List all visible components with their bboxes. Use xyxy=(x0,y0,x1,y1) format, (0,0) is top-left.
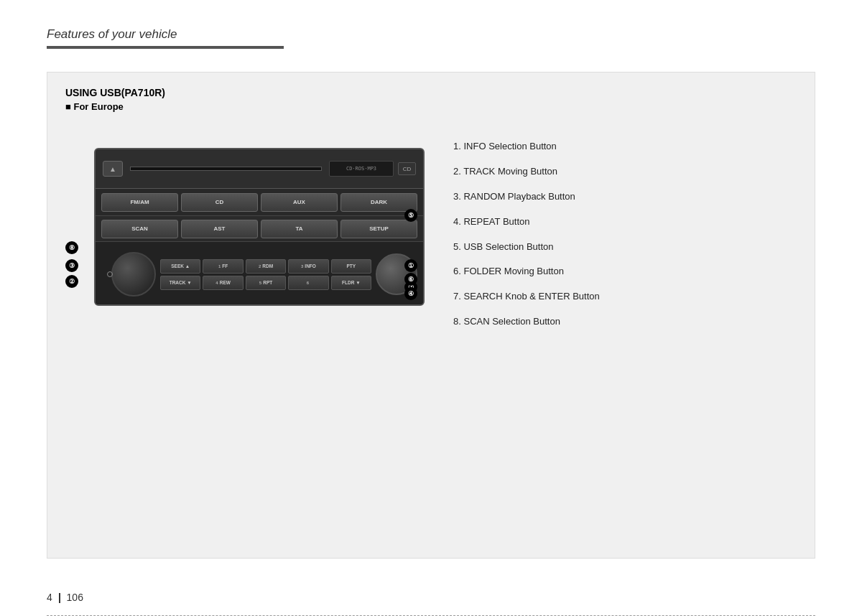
feature-item-2: 2. TRACK Moving Button xyxy=(453,166,797,178)
seek-button[interactable]: SEEK ▲ xyxy=(160,259,200,274)
seek-row: SEEK ▲ 1FF 2RDM 3INFO PTY xyxy=(160,259,371,274)
feature-item-6: 6. FOLDER Moving Button xyxy=(453,266,797,278)
pty-button[interactable]: PTY xyxy=(331,259,371,274)
setup-button[interactable]: SETUP xyxy=(340,220,417,238)
cd-slot xyxy=(130,167,322,171)
power-indicator xyxy=(107,271,113,277)
rew-button[interactable]: 4REW xyxy=(203,276,243,290)
dark-button[interactable]: DARK xyxy=(340,193,417,212)
annotation-8: ⑧ xyxy=(65,241,78,254)
feature-item-5: 5. USB Selection Button xyxy=(453,241,797,253)
radio-second-row: SCAN AST TA SETUP xyxy=(96,216,423,242)
feature-item-7: 7. SEARCH Knob & ENTER Button xyxy=(453,291,797,303)
feature-item-3: 3. RANDOM Playback Button xyxy=(453,191,797,203)
ff-button[interactable]: 1FF xyxy=(203,259,243,274)
cd-mode-button[interactable]: CD xyxy=(181,193,258,212)
page-number: 4 106 xyxy=(47,592,83,603)
page-header: Features of your vehicle xyxy=(47,27,815,49)
eject-button[interactable]: ▲ xyxy=(103,161,123,177)
scan-button[interactable]: SCAN xyxy=(101,220,178,238)
section-subtitle: For Europe xyxy=(65,101,797,112)
display-text: CD·ROS·MP3 xyxy=(346,166,376,172)
ta-button[interactable]: TA xyxy=(261,220,338,238)
radio-image: ▲ CD·ROS·MP3 CD FM/AM CD AUX DARK SCAN xyxy=(94,148,425,306)
center-buttons: SEEK ▲ 1FF 2RDM 3INFO PTY TRACK ▼ 4REW 5… xyxy=(160,259,371,290)
annotation-2: ② xyxy=(65,275,78,288)
display-area: CD·ROS·MP3 xyxy=(329,161,394,177)
info-button[interactable]: 3INFO xyxy=(288,259,328,274)
feature-item-1: 1. INFO Selection Button xyxy=(453,141,797,153)
radio-top: ▲ CD·ROS·MP3 CD xyxy=(96,149,423,189)
section-title: USING USB(PA710R) xyxy=(65,87,797,98)
fmam-button[interactable]: FM/AM xyxy=(101,193,178,212)
page-separator xyxy=(59,593,60,603)
cd-button[interactable]: CD xyxy=(398,162,416,175)
six-button[interactable]: 6 xyxy=(288,276,328,290)
feature-item-4: 4. REPEAT Button xyxy=(453,216,797,228)
track-row: TRACK ▼ 4REW 5RPT 6 FLDR ▼ xyxy=(160,276,371,290)
annotation-3: ③ xyxy=(65,259,78,272)
radio-middle-row: FM/AM CD AUX DARK xyxy=(96,189,423,216)
radio-bottom: SEEK ▲ 1FF 2RDM 3INFO PTY TRACK ▼ 4REW 5… xyxy=(96,242,423,306)
header-divider xyxy=(47,46,284,49)
fldr-button[interactable]: FLDR ▼ xyxy=(331,276,371,290)
aux-button[interactable]: AUX xyxy=(261,193,338,212)
ast-button[interactable]: AST xyxy=(181,220,258,238)
annotation-1: ① xyxy=(404,259,417,272)
radio-container: ▲ CD·ROS·MP3 CD FM/AM CD AUX DARK SCAN xyxy=(65,148,425,306)
feature-list: 1. INFO Selection Button 2. TRACK Moving… xyxy=(425,126,797,341)
rpt-button[interactable]: 5RPT xyxy=(246,276,286,290)
annotation-4: ④ xyxy=(404,287,417,300)
rdm-button[interactable]: 2RDM xyxy=(246,259,286,274)
feature-item-8: 8. SCAN Selection Button xyxy=(453,316,797,328)
annotation-6: ⑥ xyxy=(404,273,417,286)
annotation-5: ⑤ xyxy=(404,209,417,222)
track-button[interactable]: TRACK ▼ xyxy=(160,276,200,290)
content-box: USING USB(PA710R) For Europe ▲ CD·ROS·MP… xyxy=(47,72,815,559)
left-knob[interactable] xyxy=(111,252,156,297)
content-main: ▲ CD·ROS·MP3 CD FM/AM CD AUX DARK SCAN xyxy=(65,126,797,341)
page-title: Features of your vehicle xyxy=(47,27,815,42)
